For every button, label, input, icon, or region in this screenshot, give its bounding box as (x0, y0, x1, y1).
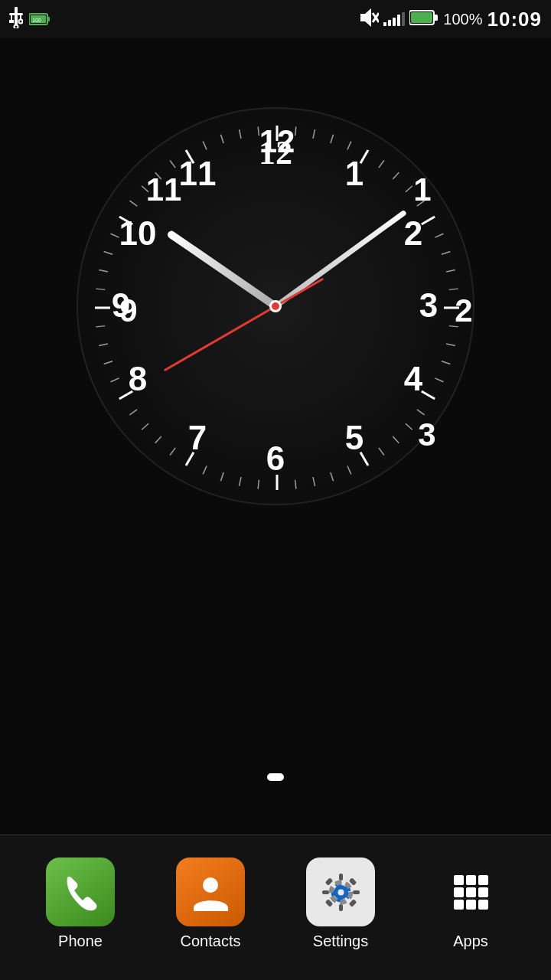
dock-item-phone[interactable]: Phone (31, 858, 130, 950)
svg-line-29 (186, 150, 194, 163)
svg-rect-82 (339, 904, 343, 911)
svg-line-70 (129, 201, 137, 206)
phone-label: Phone (58, 933, 103, 950)
svg-line-69 (111, 234, 119, 237)
clock-number-12: 12 (259, 123, 295, 159)
svg-line-36 (406, 186, 412, 192)
svg-line-46 (417, 410, 425, 415)
clock-face: 12 1 2 3 9 11 (77, 107, 474, 505)
svg-rect-81 (339, 874, 343, 880)
svg-line-32 (331, 135, 334, 143)
svg-line-52 (313, 477, 315, 486)
svg-rect-99 (454, 900, 464, 910)
page-dot-active (267, 773, 284, 781)
signal-bars-icon (383, 12, 405, 26)
status-right-icons: 100% 10:09 (357, 7, 542, 31)
clock-number-1: 1 (413, 172, 431, 207)
dock-item-settings[interactable]: Settings (291, 858, 390, 950)
svg-rect-100 (466, 900, 476, 910)
svg-text:100: 100 (32, 18, 41, 23)
svg-marker-12 (360, 8, 371, 27)
apps-icon (436, 858, 505, 926)
svg-line-28 (119, 217, 132, 224)
svg-line-67 (99, 270, 108, 272)
svg-rect-88 (348, 899, 357, 907)
svg-line-40 (446, 270, 455, 272)
svg-line-47 (406, 423, 412, 430)
svg-line-53 (295, 480, 296, 489)
svg-rect-16 (434, 15, 438, 21)
svg-point-78 (203, 877, 218, 893)
svg-point-3 (15, 24, 18, 28)
clock-number-11: 11 (146, 172, 182, 207)
svg-rect-83 (322, 890, 329, 894)
clock-number-3: 3 (418, 416, 435, 452)
svg-line-41 (449, 289, 458, 289)
usb-icon (9, 7, 23, 32)
apps-label: Apps (453, 933, 488, 950)
settings-label: Settings (313, 933, 368, 950)
contacts-label: Contacts (181, 933, 241, 950)
svg-line-34 (379, 160, 384, 168)
svg-rect-2 (15, 15, 18, 24)
battery-full-icon (409, 9, 439, 29)
clock-widget: 12 1 2 3 9 11 (77, 107, 474, 505)
svg-line-54 (258, 480, 259, 489)
svg-rect-98 (478, 887, 488, 897)
svg-rect-85 (324, 877, 333, 886)
svg-line-33 (347, 142, 351, 150)
status-left-icons: 100 (9, 7, 51, 32)
svg-rect-1 (9, 13, 23, 15)
svg-line-51 (331, 472, 334, 481)
svg-line-60 (142, 423, 148, 430)
svg-point-7 (19, 19, 23, 23)
svg-rect-94 (466, 875, 476, 885)
svg-line-66 (96, 289, 105, 289)
svg-line-68 (104, 251, 112, 254)
svg-line-63 (104, 361, 112, 364)
svg-rect-97 (466, 887, 476, 897)
svg-line-55 (240, 477, 241, 486)
svg-line-58 (170, 448, 175, 456)
svg-rect-17 (411, 12, 432, 23)
clock-center-dot (269, 300, 282, 312)
svg-line-25 (186, 452, 194, 466)
svg-line-50 (347, 466, 351, 474)
page-indicator (267, 773, 284, 781)
clock-number-2: 2 (455, 292, 472, 328)
svg-rect-5 (9, 20, 14, 23)
mute-icon (357, 7, 379, 31)
battery-small-icon: 100 (29, 12, 51, 26)
svg-line-39 (442, 251, 450, 254)
battery-percent-label: 100% (443, 11, 482, 28)
svg-line-76 (240, 129, 241, 139)
dock-item-contacts[interactable]: Contacts (161, 858, 260, 950)
svg-rect-95 (478, 875, 488, 885)
svg-line-62 (111, 378, 119, 382)
status-time: 10:09 (487, 8, 543, 31)
svg-rect-84 (353, 890, 360, 894)
settings-icon (306, 858, 375, 926)
svg-line-59 (155, 436, 161, 443)
svg-line-73 (170, 160, 175, 168)
status-bar: 100 100% (0, 0, 551, 38)
svg-line-45 (435, 378, 443, 382)
svg-line-35 (393, 172, 399, 179)
svg-line-48 (393, 436, 399, 443)
svg-line-43 (446, 344, 455, 345)
svg-line-57 (203, 466, 207, 474)
svg-line-44 (442, 361, 450, 364)
svg-line-74 (203, 142, 207, 150)
svg-line-31 (313, 129, 315, 139)
svg-line-38 (435, 234, 443, 237)
svg-rect-9 (47, 17, 50, 21)
svg-rect-96 (454, 887, 464, 897)
svg-line-75 (220, 135, 223, 143)
dock-item-apps[interactable]: Apps (421, 858, 520, 950)
svg-line-65 (96, 326, 105, 327)
svg-point-92 (337, 889, 344, 895)
svg-rect-93 (454, 875, 464, 885)
phone-icon (46, 858, 115, 926)
svg-line-20 (422, 217, 435, 224)
dock: Phone Contacts (0, 835, 551, 980)
